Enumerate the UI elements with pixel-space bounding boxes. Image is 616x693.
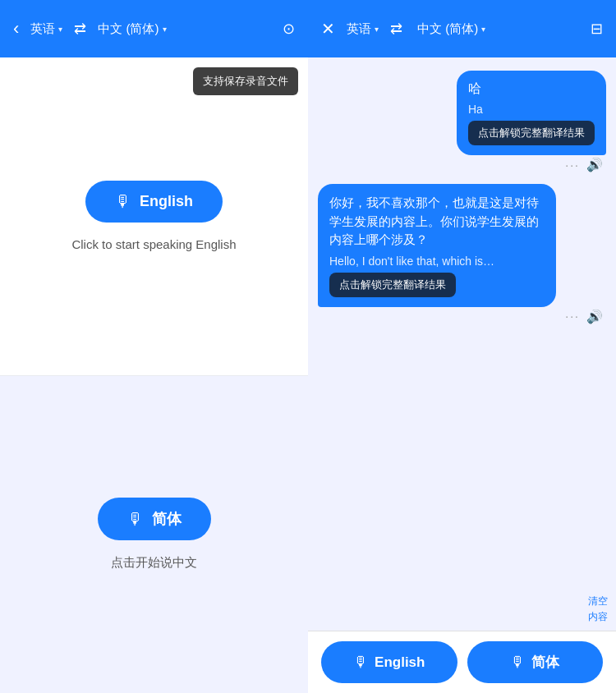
right-header: ✕ 英语 ▾ ⇄ 中文 (简体) ▾ ⊟ — [308, 0, 616, 57]
right-swap-icon[interactable]: ⇄ — [390, 20, 402, 38]
msg2-speaker-icon[interactable]: 🔊 — [586, 309, 603, 324]
left-target-lang-selector[interactable]: 中文 (简体) ▾ — [98, 21, 166, 37]
clear-label: 清空 内容 — [588, 595, 608, 622]
msg2-actions: ··· 🔊 — [562, 307, 606, 326]
left-source-lang-label: 英语 — [30, 21, 55, 37]
chinese-mic-icon: 🎙 — [127, 510, 144, 529]
msg1-dots: ··· — [565, 158, 580, 172]
right-target-lang-arrow: ▾ — [481, 25, 485, 34]
msg1-cn-text: 哈 — [468, 80, 595, 98]
left-target-lang-arrow: ▾ — [163, 25, 167, 34]
left-panel: ‹ 英语 ▾ ⇄ 中文 (简体) ▾ ⊙ 支持保存录音文件 🎙 English … — [0, 0, 308, 693]
right-panel: ✕ 英语 ▾ ⇄ 中文 (简体) ▾ ⊟ 哈 Ha 点击解锁完整翻译结果 ···… — [308, 0, 616, 693]
chinese-mic-label: 简体 — [152, 509, 182, 529]
msg2-en-text: Hello, I don't like that, which is… — [329, 255, 545, 268]
left-target-lang-label: 中文 (简体) — [98, 21, 159, 37]
msg1-actions: ··· 🔊 — [562, 155, 606, 174]
tooltip-bar: 支持保存录音文件 — [193, 67, 298, 95]
left-source-lang-selector[interactable]: 英语 ▾ — [30, 21, 62, 37]
close-button[interactable]: ✕ — [321, 19, 335, 39]
message-1: 哈 Ha 点击解锁完整翻译结果 ··· 🔊 — [318, 71, 606, 174]
bubble-right-1: 哈 Ha 点击解锁完整翻译结果 — [457, 71, 606, 155]
right-source-lang-arrow: ▾ — [375, 25, 379, 34]
right-target-lang-selector[interactable]: 中文 (简体) ▾ — [417, 21, 485, 37]
bottom-english-mic-button[interactable]: 🎙 English — [321, 641, 457, 683]
msg2-unlock-button[interactable]: 点击解锁完整翻译结果 — [329, 273, 456, 297]
message-2: 你好，我不喜欢那个，也就是这是对待学生发展的内容上。你们说学生发展的内容上哪个涉… — [318, 184, 606, 326]
right-source-lang-selector[interactable]: 英语 ▾ — [347, 21, 379, 37]
msg1-en-text: Ha — [468, 103, 595, 116]
clear-content-button[interactable]: 清空 内容 — [588, 593, 608, 624]
msg2-dots: ··· — [565, 310, 580, 323]
english-mic-icon: 🎙 — [115, 192, 131, 211]
bottom-chinese-label: 简体 — [531, 653, 559, 672]
chinese-mic-button[interactable]: 🎙 简体 — [98, 498, 211, 540]
msg1-unlock-button[interactable]: 点击解锁完整翻译结果 — [468, 121, 595, 145]
left-source-lang-arrow: ▾ — [58, 25, 62, 34]
left-top-section: 🎙 English Click to start speaking Englis… — [0, 57, 308, 376]
settings-icon[interactable]: ⊙ — [283, 20, 295, 38]
bottom-english-mic-icon: 🎙 — [353, 654, 368, 671]
bubble-left-2: 你好，我不喜欢那个，也就是这是对待学生发展的内容上。你们说学生发展的内容上哪个涉… — [318, 184, 556, 307]
expand-icon[interactable]: ⊟ — [591, 20, 603, 38]
left-bottom-section: 🎙 简体 点击开始说中文 — [0, 376, 308, 694]
msg2-cn-text: 你好，我不喜欢那个，也就是这是对待学生发展的内容上。你们说学生发展的内容上哪个涉… — [329, 194, 545, 250]
bottom-chinese-mic-button[interactable]: 🎙 简体 — [467, 641, 604, 683]
msg1-speaker-icon[interactable]: 🔊 — [586, 157, 603, 172]
bottom-bar: 🎙 English 🎙 简体 — [308, 631, 616, 693]
right-source-lang-label: 英语 — [347, 21, 371, 37]
left-header: ‹ 英语 ▾ ⇄ 中文 (简体) ▾ ⊙ — [0, 0, 308, 57]
chat-area: 哈 Ha 点击解锁完整翻译结果 ··· 🔊 你好，我不喜欢那个，也就是这是对待学… — [308, 57, 616, 631]
english-mic-label: English — [140, 193, 193, 210]
english-hint-text: Click to start speaking English — [71, 237, 236, 251]
english-mic-button[interactable]: 🎙 English — [85, 181, 223, 223]
bottom-chinese-mic-icon: 🎙 — [510, 654, 525, 671]
chinese-hint-text: 点击开始说中文 — [111, 555, 197, 571]
back-button[interactable]: ‹ — [13, 18, 19, 39]
bottom-english-label: English — [375, 654, 425, 671]
right-target-lang-label: 中文 (简体) — [417, 21, 478, 37]
swap-icon[interactable]: ⇄ — [74, 20, 86, 38]
